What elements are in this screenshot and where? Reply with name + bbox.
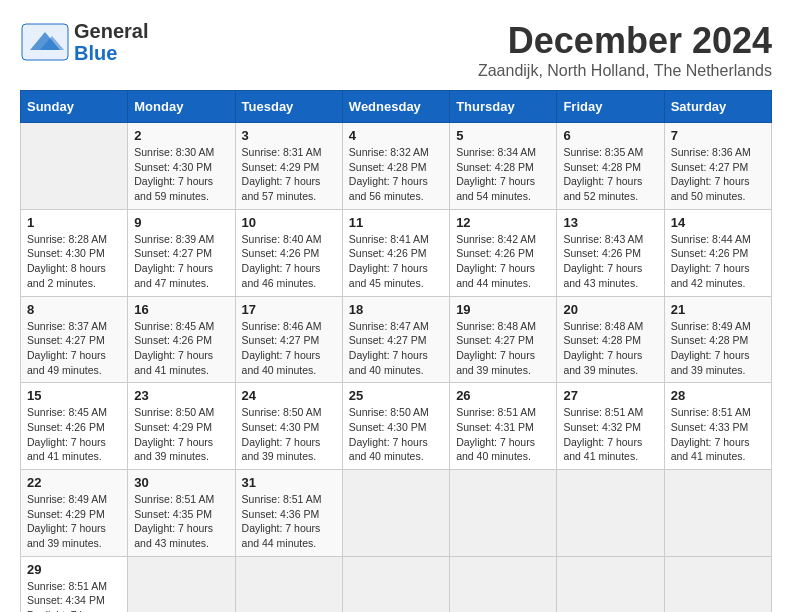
day-info: Sunrise: 8:51 AMSunset: 4:34 PMDaylight:… (27, 579, 121, 612)
day-info: Sunrise: 8:40 AMSunset: 4:26 PMDaylight:… (242, 232, 336, 291)
day-cell-31: 31 Sunrise: 8:51 AMSunset: 4:36 PMDaylig… (235, 470, 342, 557)
day-cell-4: 4 Sunrise: 8:32 AMSunset: 4:28 PMDayligh… (342, 123, 449, 210)
day-info: Sunrise: 8:47 AMSunset: 4:27 PMDaylight:… (349, 319, 443, 378)
day-number: 20 (563, 302, 657, 317)
empty-cell (450, 556, 557, 612)
day-info: Sunrise: 8:50 AMSunset: 4:29 PMDaylight:… (134, 405, 228, 464)
day-info: Sunrise: 8:36 AMSunset: 4:27 PMDaylight:… (671, 145, 765, 204)
day-cell-8: 8 Sunrise: 8:37 AMSunset: 4:27 PMDayligh… (21, 296, 128, 383)
day-number: 29 (27, 562, 121, 577)
day-info: Sunrise: 8:51 AMSunset: 4:32 PMDaylight:… (563, 405, 657, 464)
day-cell-3: 3 Sunrise: 8:31 AMSunset: 4:29 PMDayligh… (235, 123, 342, 210)
day-number: 9 (134, 215, 228, 230)
day-cell-6: 6 Sunrise: 8:35 AMSunset: 4:28 PMDayligh… (557, 123, 664, 210)
day-cell-14: 14 Sunrise: 8:44 AMSunset: 4:26 PMDaylig… (664, 209, 771, 296)
day-number: 1 (27, 215, 121, 230)
empty-cell (664, 556, 771, 612)
day-info: Sunrise: 8:51 AMSunset: 4:33 PMDaylight:… (671, 405, 765, 464)
header-saturday: Saturday (664, 91, 771, 123)
day-cell-15: 15 Sunrise: 8:45 AMSunset: 4:26 PMDaylig… (21, 383, 128, 470)
day-info: Sunrise: 8:44 AMSunset: 4:26 PMDaylight:… (671, 232, 765, 291)
day-info: Sunrise: 8:37 AMSunset: 4:27 PMDaylight:… (27, 319, 121, 378)
day-number: 31 (242, 475, 336, 490)
header-friday: Friday (557, 91, 664, 123)
day-info: Sunrise: 8:51 AMSunset: 4:35 PMDaylight:… (134, 492, 228, 551)
header-thursday: Thursday (450, 91, 557, 123)
day-number: 5 (456, 128, 550, 143)
day-info: Sunrise: 8:28 AMSunset: 4:30 PMDaylight:… (27, 232, 121, 291)
day-info: Sunrise: 8:41 AMSunset: 4:26 PMDaylight:… (349, 232, 443, 291)
day-cell-5: 5 Sunrise: 8:34 AMSunset: 4:28 PMDayligh… (450, 123, 557, 210)
day-number: 30 (134, 475, 228, 490)
day-number: 28 (671, 388, 765, 403)
day-cell-2: 2 Sunrise: 8:30 AMSunset: 4:30 PMDayligh… (128, 123, 235, 210)
day-info: Sunrise: 8:48 AMSunset: 4:27 PMDaylight:… (456, 319, 550, 378)
day-number: 8 (27, 302, 121, 317)
day-number: 23 (134, 388, 228, 403)
header-wednesday: Wednesday (342, 91, 449, 123)
page-header: General Blue December 2024 Zaandijk, Nor… (20, 20, 772, 80)
day-info: Sunrise: 8:43 AMSunset: 4:26 PMDaylight:… (563, 232, 657, 291)
day-cell-17: 17 Sunrise: 8:46 AMSunset: 4:27 PMDaylig… (235, 296, 342, 383)
logo-text: General Blue (74, 20, 148, 64)
day-info: Sunrise: 8:42 AMSunset: 4:26 PMDaylight:… (456, 232, 550, 291)
day-number: 24 (242, 388, 336, 403)
day-cell-11: 11 Sunrise: 8:41 AMSunset: 4:26 PMDaylig… (342, 209, 449, 296)
day-number: 14 (671, 215, 765, 230)
empty-cell (128, 556, 235, 612)
day-info: Sunrise: 8:49 AMSunset: 4:28 PMDaylight:… (671, 319, 765, 378)
logo-general: General (74, 20, 148, 42)
day-info: Sunrise: 8:51 AMSunset: 4:31 PMDaylight:… (456, 405, 550, 464)
day-cell-19: 19 Sunrise: 8:48 AMSunset: 4:27 PMDaylig… (450, 296, 557, 383)
logo: General Blue (20, 20, 148, 64)
day-info: Sunrise: 8:35 AMSunset: 4:28 PMDaylight:… (563, 145, 657, 204)
day-info: Sunrise: 8:46 AMSunset: 4:27 PMDaylight:… (242, 319, 336, 378)
day-cell-10: 10 Sunrise: 8:40 AMSunset: 4:26 PMDaylig… (235, 209, 342, 296)
day-info: Sunrise: 8:30 AMSunset: 4:30 PMDaylight:… (134, 145, 228, 204)
day-info: Sunrise: 8:45 AMSunset: 4:26 PMDaylight:… (134, 319, 228, 378)
day-number: 25 (349, 388, 443, 403)
day-number: 21 (671, 302, 765, 317)
header-tuesday: Tuesday (235, 91, 342, 123)
day-info: Sunrise: 8:31 AMSunset: 4:29 PMDaylight:… (242, 145, 336, 204)
day-cell-16: 16 Sunrise: 8:45 AMSunset: 4:26 PMDaylig… (128, 296, 235, 383)
header-monday: Monday (128, 91, 235, 123)
day-number: 19 (456, 302, 550, 317)
header-sunday: Sunday (21, 91, 128, 123)
empty-cell (342, 470, 449, 557)
day-info: Sunrise: 8:50 AMSunset: 4:30 PMDaylight:… (242, 405, 336, 464)
empty-cell (235, 556, 342, 612)
day-cell-30: 30 Sunrise: 8:51 AMSunset: 4:35 PMDaylig… (128, 470, 235, 557)
day-number: 18 (349, 302, 443, 317)
day-number: 17 (242, 302, 336, 317)
day-cell-7: 7 Sunrise: 8:36 AMSunset: 4:27 PMDayligh… (664, 123, 771, 210)
day-cell-22: 22 Sunrise: 8:49 AMSunset: 4:29 PMDaylig… (21, 470, 128, 557)
day-cell-1: 1 Sunrise: 8:28 AMSunset: 4:30 PMDayligh… (21, 209, 128, 296)
day-number: 7 (671, 128, 765, 143)
empty-cell (21, 123, 128, 210)
day-cell-28: 28 Sunrise: 8:51 AMSunset: 4:33 PMDaylig… (664, 383, 771, 470)
day-info: Sunrise: 8:45 AMSunset: 4:26 PMDaylight:… (27, 405, 121, 464)
calendar-row-week4: 15 Sunrise: 8:45 AMSunset: 4:26 PMDaylig… (21, 383, 772, 470)
calendar-row-week6: 29 Sunrise: 8:51 AMSunset: 4:34 PMDaylig… (21, 556, 772, 612)
day-number: 13 (563, 215, 657, 230)
logo-blue: Blue (74, 42, 117, 64)
day-info: Sunrise: 8:49 AMSunset: 4:29 PMDaylight:… (27, 492, 121, 551)
day-number: 16 (134, 302, 228, 317)
day-number: 4 (349, 128, 443, 143)
logo-icon (20, 22, 70, 62)
day-cell-24: 24 Sunrise: 8:50 AMSunset: 4:30 PMDaylig… (235, 383, 342, 470)
day-cell-18: 18 Sunrise: 8:47 AMSunset: 4:27 PMDaylig… (342, 296, 449, 383)
day-cell-26: 26 Sunrise: 8:51 AMSunset: 4:31 PMDaylig… (450, 383, 557, 470)
day-info: Sunrise: 8:32 AMSunset: 4:28 PMDaylight:… (349, 145, 443, 204)
title-area: December 2024 Zaandijk, North Holland, T… (478, 20, 772, 80)
calendar-row-week2: 1 Sunrise: 8:28 AMSunset: 4:30 PMDayligh… (21, 209, 772, 296)
day-cell-25: 25 Sunrise: 8:50 AMSunset: 4:30 PMDaylig… (342, 383, 449, 470)
empty-cell (664, 470, 771, 557)
empty-cell (557, 470, 664, 557)
day-number: 22 (27, 475, 121, 490)
day-number: 11 (349, 215, 443, 230)
calendar-header-row: Sunday Monday Tuesday Wednesday Thursday… (21, 91, 772, 123)
calendar-table: Sunday Monday Tuesday Wednesday Thursday… (20, 90, 772, 612)
empty-cell (450, 470, 557, 557)
